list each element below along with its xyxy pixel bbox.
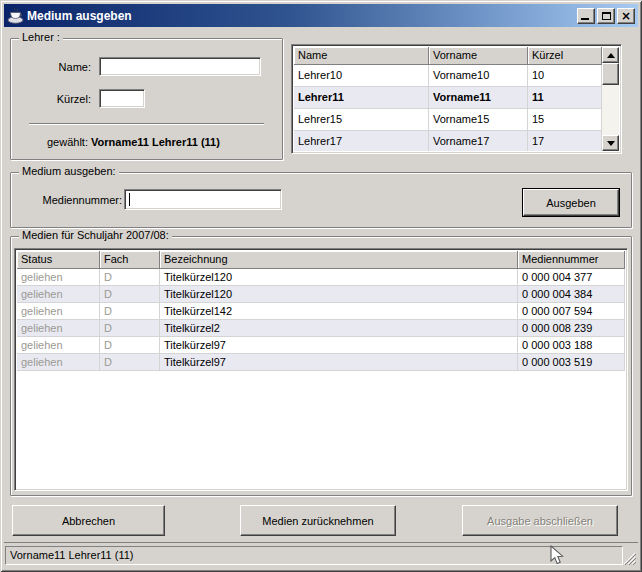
ausgeben-button[interactable]: Ausgeben — [523, 189, 619, 216]
scroll-down-button[interactable] — [602, 135, 619, 151]
table-cell: 15 — [528, 109, 602, 130]
mediennummer-label: Mediennummer: — [29, 194, 122, 206]
column-header[interactable]: Mediennummer — [518, 251, 625, 269]
table-cell: geliehen — [17, 269, 100, 285]
table-cell: Titelkürzel2 — [160, 320, 518, 336]
table-cell: Titelkürzel120 — [160, 269, 518, 285]
table-cell: Titelkürzel142 — [160, 303, 518, 319]
table-cell: geliehen — [17, 303, 100, 319]
medien-groupbox: Medien für Schuljahr 2007/08: StatusFach… — [10, 236, 632, 496]
resize-grip[interactable] — [622, 551, 636, 565]
java-cup-icon — [7, 7, 24, 24]
lehrer-groupbox: Lehrer : Name: Kürzel: gewählt: Vorname1… — [10, 38, 283, 160]
table-cell: 0 000 003 188 — [518, 337, 625, 353]
table-cell: 10 — [528, 65, 602, 86]
table-row[interactable]: geliehenDTitelkürzel1200 000 004 384 — [17, 286, 625, 303]
status-text: Vorname11 Lehrer11 (11) — [5, 546, 623, 565]
table-cell: D — [100, 337, 160, 353]
selected-teacher-label: gewählt: — [47, 136, 88, 148]
table-cell: geliehen — [17, 286, 100, 302]
minimize-icon — [581, 18, 589, 20]
table-row[interactable]: geliehenDTitelkürzel1200 000 004 377 — [17, 269, 625, 286]
table-cell: Lehrer17 — [294, 131, 429, 151]
close-button[interactable]: × — [617, 8, 635, 24]
table-cell: geliehen — [17, 337, 100, 353]
medium-ausgeben-groupbox: Medium ausgeben: Mediennummer: Ausgeben — [10, 172, 632, 228]
table-cell: 0 000 008 239 — [518, 320, 625, 336]
title-bar: Medium ausgeben × — [4, 4, 638, 27]
column-header[interactable]: Bezeichnung — [160, 251, 518, 269]
teacher-table-header: NameVornameKürzel — [294, 47, 602, 65]
name-input[interactable] — [99, 57, 261, 76]
media-table-body: geliehenDTitelkürzel1200 000 004 377geli… — [17, 269, 625, 371]
minimize-button[interactable] — [577, 8, 595, 24]
arrow-up-icon — [607, 53, 615, 58]
table-row[interactable]: geliehenDTitelkürzel970 000 003 188 — [17, 337, 625, 354]
table-cell: Titelkürzel120 — [160, 286, 518, 302]
media-table: StatusFachBezeichnungMediennummer gelieh… — [14, 248, 628, 491]
table-cell: Vorname17 — [429, 131, 528, 151]
window-title: Medium ausgeben — [27, 9, 575, 23]
table-cell: Titelkürzel97 — [160, 337, 518, 353]
table-cell: 0 000 004 384 — [518, 286, 625, 302]
medium-ausgeben-groupbox-label: Medium ausgeben: — [19, 165, 119, 177]
column-header[interactable]: Kürzel — [528, 47, 602, 65]
maximize-button[interactable] — [597, 8, 615, 24]
mediennummer-input[interactable] — [124, 189, 282, 210]
table-cell: 0 000 003 519 — [518, 354, 625, 370]
teacher-table-body: Lehrer10Vorname1010Lehrer11Vorname1111Le… — [294, 65, 602, 151]
teacher-table-scrollbar[interactable] — [602, 47, 619, 151]
table-row[interactable]: geliehenDTitelkürzel20 000 008 239 — [17, 320, 625, 337]
separator-line — [29, 123, 264, 125]
table-cell: Vorname15 — [429, 109, 528, 130]
table-row[interactable]: Lehrer17Vorname1717 — [294, 131, 602, 151]
table-row[interactable]: geliehenDTitelkürzel1420 000 007 594 — [17, 303, 625, 320]
scrollbar-thumb[interactable] — [602, 63, 619, 85]
table-row[interactable]: geliehenDTitelkürzel970 000 003 519 — [17, 354, 625, 371]
name-label: Name: — [29, 61, 91, 73]
arrow-down-icon — [607, 141, 615, 146]
table-cell: Lehrer11 — [294, 87, 429, 108]
table-cell: D — [100, 303, 160, 319]
column-header[interactable]: Fach — [100, 251, 160, 269]
column-header[interactable]: Name — [294, 47, 429, 65]
lehrer-groupbox-label: Lehrer : — [19, 31, 63, 43]
medien-groupbox-label: Medien für Schuljahr 2007/08: — [19, 229, 172, 241]
table-row[interactable]: Lehrer15Vorname1515 — [294, 109, 602, 131]
close-icon: × — [621, 11, 631, 21]
table-cell: Titelkürzel97 — [160, 354, 518, 370]
table-cell: geliehen — [17, 320, 100, 336]
table-row[interactable]: Lehrer11Vorname1111 — [294, 87, 602, 109]
teacher-table: NameVornameKürzel Lehrer10Vorname1010Leh… — [291, 44, 622, 154]
kuerzel-label: Kürzel: — [29, 93, 91, 105]
table-cell: D — [100, 286, 160, 302]
table-cell: D — [100, 354, 160, 370]
maximize-icon — [602, 12, 611, 20]
ausgabe-abschliessen-button: Ausgabe abschließen — [462, 505, 618, 536]
text-caret — [129, 193, 130, 206]
mouse-cursor-icon — [550, 545, 564, 566]
table-cell: geliehen — [17, 354, 100, 370]
scroll-up-button[interactable] — [602, 47, 619, 63]
media-table-header: StatusFachBezeichnungMediennummer — [17, 251, 625, 269]
dialog-window: Medium ausgeben × Lehrer : Name: Kürzel:… — [0, 0, 642, 572]
table-cell: 17 — [528, 131, 602, 151]
table-row[interactable]: Lehrer10Vorname1010 — [294, 65, 602, 87]
table-cell: Vorname11 — [429, 87, 528, 108]
column-header[interactable]: Vorname — [429, 47, 528, 65]
table-cell: 0 000 004 377 — [518, 269, 625, 285]
table-cell: Vorname10 — [429, 65, 528, 86]
column-header[interactable]: Status — [17, 251, 100, 269]
table-cell: Lehrer10 — [294, 65, 429, 86]
abbrechen-button[interactable]: Abbrechen — [12, 505, 165, 536]
kuerzel-input[interactable] — [99, 89, 145, 108]
table-cell: 0 000 007 594 — [518, 303, 625, 319]
table-cell: 11 — [528, 87, 602, 108]
table-cell: Lehrer15 — [294, 109, 429, 130]
table-cell: D — [100, 269, 160, 285]
selected-teacher-value: Vorname11 Lehrer11 (11) — [91, 136, 220, 148]
medien-zuruecknehmen-button[interactable]: Medien zurücknehmen — [240, 505, 396, 536]
status-bar: Vorname11 Lehrer11 (11) — [4, 542, 638, 568]
table-cell: D — [100, 320, 160, 336]
selected-teacher-line: gewählt: Vorname11 Lehrer11 (11) — [47, 136, 220, 148]
